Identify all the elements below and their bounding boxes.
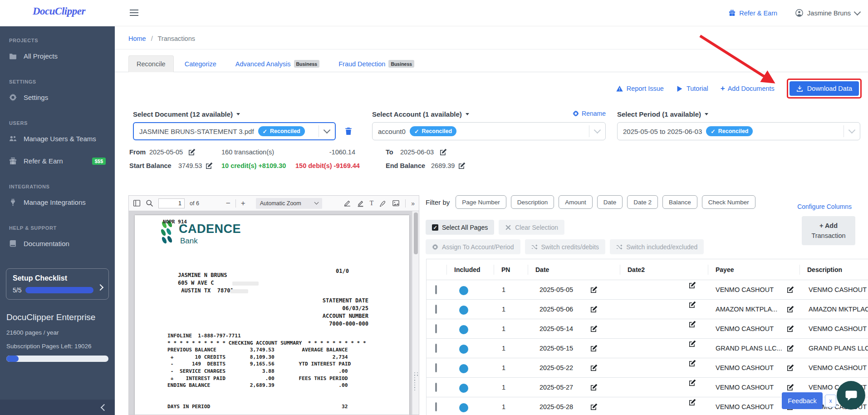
edit-date-icon[interactable]	[590, 384, 598, 391]
user-menu[interactable]: Jasmine Bruns	[795, 9, 860, 17]
chat-widget-button[interactable]	[837, 381, 865, 410]
tutorial-link[interactable]: Tutorial	[676, 85, 708, 92]
edit-date2-icon[interactable]	[689, 340, 696, 347]
zoom-in-icon[interactable]: +	[241, 199, 245, 207]
configure-columns-link[interactable]: Configure Columns	[797, 203, 852, 210]
tab-fraud-detection[interactable]: Fraud DetectionBusiness	[330, 55, 422, 72]
period-reconciled-badge: ✓ Reconciled	[706, 126, 753, 136]
transactions-table: IncludedPNDateDate2PayeeDescription 1202…	[426, 259, 868, 415]
highlighter-icon[interactable]	[357, 199, 364, 207]
sidebar-item-all-projects[interactable]: All Projects	[0, 45, 115, 67]
edit-date-icon[interactable]	[590, 325, 598, 332]
setup-checklist-card[interactable]: Setup Checklist 5/5	[6, 268, 109, 300]
edit-end-balance-icon[interactable]	[458, 162, 466, 169]
feedback-button[interactable]: Feedback	[782, 392, 823, 409]
breadcrumb-home-link[interactable]: Home	[128, 35, 146, 42]
edit-date2-icon[interactable]	[689, 379, 696, 386]
edit-date-icon[interactable]	[590, 345, 598, 352]
edit-date2-icon[interactable]	[689, 399, 696, 406]
select-account-label[interactable]: Select Account (1 available)	[372, 110, 469, 118]
filter-button-date[interactable]: Date	[597, 195, 623, 209]
edit-payee-icon[interactable]	[787, 384, 794, 391]
clear-selection-button[interactable]: Clear Selection	[499, 220, 564, 235]
row-checkbox[interactable]	[435, 402, 437, 411]
edit-date-icon[interactable]	[590, 403, 598, 410]
sidebar-item-documentation[interactable]: Documentation	[0, 232, 115, 255]
edit-payee-icon[interactable]	[787, 306, 794, 313]
row-description-value: GRAND PLANS LLC MOBILE PMT	[799, 345, 868, 352]
rename-account-link[interactable]: Rename	[573, 110, 606, 117]
edit-date2-icon[interactable]	[689, 282, 696, 289]
document-select[interactable]: JASMINE BRUNS-STATEMENT 3.pdf ✓ Reconcil…	[133, 122, 336, 140]
search-icon[interactable]	[146, 199, 153, 207]
edit-date2-icon[interactable]	[689, 360, 696, 367]
collapse-sidebar-icon[interactable]	[101, 404, 108, 411]
sidebar-item-refer-earn[interactable]: Refer & Earn$$$	[0, 150, 115, 172]
assign-to-account-period-button[interactable]: Assign To Account/Period	[426, 239, 520, 254]
row-checkbox[interactable]	[435, 344, 437, 353]
page-number-input[interactable]	[158, 198, 185, 208]
sidebar-item-manage-users-teams[interactable]: Manage Users & Teams	[0, 128, 115, 150]
tab-reconcile[interactable]: Reconcile	[128, 55, 174, 72]
toggle-sidebar-icon[interactable]	[133, 199, 141, 207]
toolbar-more-icon[interactable]: »	[411, 200, 415, 207]
row-page-number: 1	[494, 325, 528, 332]
delete-document-icon[interactable]	[344, 127, 353, 136]
gift-icon	[9, 157, 17, 165]
edit-from-date-icon[interactable]	[188, 148, 196, 156]
edit-payee-icon[interactable]	[787, 364, 794, 371]
filter-button-amount[interactable]: Amount	[559, 195, 593, 209]
period-select[interactable]: 2025-05-05 to 2025-06-03 ✓ Reconciled	[617, 122, 860, 140]
edit-date2-icon[interactable]	[689, 321, 696, 328]
row-checkbox[interactable]	[435, 305, 437, 314]
account-select[interactable]: account0 ✓ Reconciled	[372, 122, 606, 140]
pdf-canvas-area: CADENCE Bank NOPR 914 01/0 JASMINE N BRU…	[129, 211, 419, 415]
statement-page-ref: 01/0	[336, 268, 349, 274]
edit-date2-icon[interactable]	[689, 301, 696, 308]
download-data-button[interactable]: Download Data	[790, 81, 859, 96]
refer-and-earn-link[interactable]: Refer & Earn	[729, 10, 777, 17]
pdf-scrollbar-thumb[interactable]	[414, 212, 418, 254]
edit-start-balance-icon[interactable]	[206, 162, 213, 169]
filter-button-page-number[interactable]: Page Number	[456, 195, 506, 209]
hamburger-menu-icon[interactable]	[130, 10, 138, 16]
zoom-level-select[interactable]: Automatic Zoom	[256, 198, 322, 209]
add-documents-link[interactable]: + Add Documents	[721, 84, 775, 93]
report-issue-link[interactable]: Report Issue	[616, 85, 664, 92]
panel-resize-handle[interactable]	[414, 372, 418, 391]
row-checkbox[interactable]	[435, 285, 437, 294]
edit-date-icon[interactable]	[590, 286, 598, 293]
row-checkbox[interactable]	[435, 383, 437, 392]
filter-button-date-2[interactable]: Date 2	[627, 195, 658, 209]
switch-included-excluded-button[interactable]: Switch included/excluded	[610, 239, 704, 254]
edit-payee-icon[interactable]	[787, 325, 794, 332]
sidebar-item-settings[interactable]: Settings	[0, 86, 115, 109]
filter-button-check-number[interactable]: Check Number	[702, 195, 755, 209]
select-all-pages-button[interactable]: ✓ Select All Pages	[426, 220, 494, 235]
switch-credits-debits-button[interactable]: Switch credits/debits	[525, 239, 606, 254]
feedback-close-button[interactable]: x	[825, 395, 836, 407]
filter-button-balance[interactable]: Balance	[662, 195, 697, 209]
edit-date-icon[interactable]	[590, 306, 598, 313]
edit-payee-icon[interactable]	[787, 345, 794, 352]
edit-to-date-icon[interactable]	[440, 148, 447, 156]
table-row: 12025-05-22VENMO CASHOUTVENMO CASHOUT	[427, 358, 868, 377]
row-checkbox[interactable]	[435, 324, 437, 333]
tab-advanced-analysis[interactable]: Advanced AnalysisBusiness	[227, 55, 328, 72]
draw-signature-icon[interactable]	[343, 199, 351, 207]
tab-categorize[interactable]: Categorize	[177, 55, 225, 72]
caret-down-icon	[236, 113, 240, 115]
edit-payee-icon[interactable]	[787, 286, 794, 293]
filter-button-description[interactable]: Description	[511, 195, 554, 209]
image-icon[interactable]	[392, 199, 400, 207]
select-document-label[interactable]: Select Document (12 available)	[133, 110, 240, 118]
row-checkbox[interactable]	[435, 363, 437, 372]
pen-icon[interactable]	[379, 199, 387, 207]
add-text-icon[interactable]: T	[370, 200, 374, 207]
select-period-label[interactable]: Select Period (1 available)	[617, 110, 708, 118]
add-transaction-button[interactable]: + Add Transaction	[802, 216, 855, 245]
sidebar-item-manage-integrations[interactable]: Manage Integrations	[0, 191, 115, 213]
filter-by-label: Filter by	[426, 198, 450, 206]
edit-date-icon[interactable]	[590, 364, 598, 371]
zoom-out-icon[interactable]: −	[226, 199, 230, 207]
